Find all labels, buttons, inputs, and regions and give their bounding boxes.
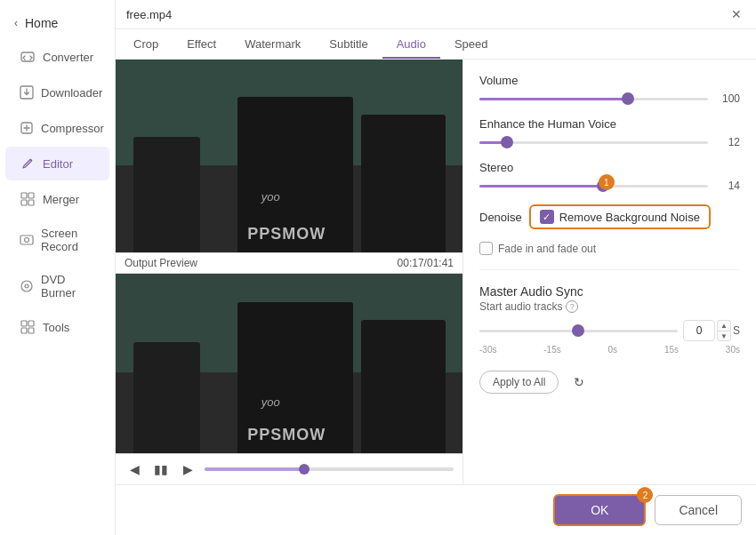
volume-slider-row: 100 bbox=[479, 92, 740, 105]
enhance-value: 12 bbox=[715, 136, 740, 148]
output-preview-label: Output Preview bbox=[125, 257, 197, 269]
sync-label-p30: 30s bbox=[726, 345, 740, 355]
svg-rect-4 bbox=[28, 193, 34, 198]
sync-label-p15: 15s bbox=[664, 345, 679, 355]
volume-label: Volume bbox=[479, 74, 740, 87]
refresh-button[interactable]: ↻ bbox=[567, 371, 591, 394]
volume-value: 100 bbox=[715, 92, 740, 105]
close-button[interactable]: ✕ bbox=[728, 5, 745, 23]
editor-label: Editor bbox=[43, 157, 73, 171]
svg-rect-12 bbox=[28, 321, 34, 326]
sync-value-input[interactable] bbox=[683, 320, 715, 341]
sidebar-item-converter[interactable]: Converter bbox=[5, 40, 109, 74]
sync-label-0: 0s bbox=[608, 345, 618, 355]
editor-area: yoo PPSMOW Output Preview 00:17/01:41 bbox=[116, 60, 756, 484]
output-label-row: Output Preview 00:17/01:41 bbox=[116, 252, 462, 274]
stereo-fill bbox=[479, 185, 603, 188]
tab-effect[interactable]: Effect bbox=[173, 29, 230, 59]
tab-crop[interactable]: Crop bbox=[119, 29, 173, 59]
enhance-slider-row: 12 bbox=[479, 136, 740, 148]
screen-record-icon bbox=[20, 232, 34, 248]
tab-audio[interactable]: Audio bbox=[382, 29, 440, 59]
home-label: Home bbox=[25, 16, 58, 30]
video-preview-bottom: yoo PPSMOW bbox=[116, 274, 462, 453]
checked-icon: ✓ bbox=[540, 210, 554, 224]
enhance-thumb[interactable] bbox=[501, 136, 513, 148]
sync-up-button[interactable]: ▲ bbox=[717, 320, 731, 331]
sidebar-item-compressor[interactable]: Compressor bbox=[5, 111, 109, 145]
tab-subtitle[interactable]: Subtitle bbox=[315, 29, 382, 59]
video-section: yoo PPSMOW Output Preview 00:17/01:41 bbox=[116, 60, 462, 484]
downloader-icon bbox=[20, 84, 34, 100]
tools-icon bbox=[20, 319, 36, 335]
next-button[interactable]: ▶ bbox=[178, 459, 197, 479]
downloader-label: Downloader bbox=[41, 86, 102, 100]
sync-label-m15: -15s bbox=[543, 345, 560, 355]
svg-rect-14 bbox=[28, 328, 34, 333]
sidebar-item-downloader[interactable]: Downloader bbox=[5, 76, 109, 109]
ok-button[interactable]: OK bbox=[553, 494, 646, 526]
cancel-button[interactable]: Cancel bbox=[655, 495, 742, 525]
progress-bar[interactable] bbox=[205, 467, 454, 471]
volume-thumb[interactable] bbox=[622, 92, 634, 105]
ok-button-wrap: OK 2 bbox=[553, 494, 646, 526]
sidebar-item-dvd-burner[interactable]: DVD Burner bbox=[5, 264, 109, 308]
title-bar: free.mp4 ✕ bbox=[116, 0, 756, 29]
apply-all-button[interactable]: Apply to All bbox=[479, 371, 559, 394]
sync-unit: S bbox=[733, 324, 740, 337]
svg-rect-11 bbox=[21, 321, 27, 326]
stereo-slider[interactable]: 1 bbox=[479, 185, 708, 188]
volume-slider[interactable] bbox=[479, 98, 708, 100]
stereo-control: Stereo 1 14 bbox=[479, 161, 740, 192]
svg-point-8 bbox=[25, 238, 29, 243]
sidebar-item-tools[interactable]: Tools bbox=[5, 310, 109, 344]
denoise-label: Denoise bbox=[479, 211, 522, 224]
progress-fill bbox=[205, 467, 304, 471]
sync-down-button[interactable]: ▼ bbox=[717, 331, 731, 341]
enhance-slider[interactable] bbox=[479, 141, 708, 144]
sidebar-item-screen-record[interactable]: Screen Record bbox=[5, 218, 109, 262]
enhance-label: Enhance the Human Voice bbox=[479, 117, 740, 131]
sync-title: Master Audio Sync bbox=[479, 284, 740, 299]
remove-noise-checkbox[interactable]: ✓ Remove Background Noise bbox=[529, 204, 711, 229]
sidebar-item-editor[interactable]: Editor bbox=[5, 147, 109, 180]
volume-fill bbox=[479, 98, 628, 100]
compressor-icon bbox=[20, 120, 34, 136]
fade-checkbox[interactable] bbox=[479, 242, 493, 255]
denoise-row: Denoise ✓ Remove Background Noise bbox=[479, 204, 740, 229]
tab-watermark[interactable]: Watermark bbox=[230, 29, 315, 59]
ok-badge: 2 bbox=[637, 487, 653, 503]
svg-rect-6 bbox=[28, 200, 34, 205]
stereo-label: Stereo bbox=[479, 161, 740, 174]
tools-label: Tools bbox=[43, 321, 69, 334]
player-timestamp: 00:17/01:41 bbox=[398, 257, 454, 269]
compressor-label: Compressor bbox=[41, 122, 104, 135]
tabs-bar: Crop Effect Watermark Subtitle Audio Spe… bbox=[116, 29, 756, 60]
svg-rect-5 bbox=[21, 200, 27, 205]
file-title: free.mp4 bbox=[126, 8, 172, 21]
fade-row: Fade in and fade out bbox=[479, 242, 740, 255]
sidebar-home[interactable]: ‹ Home bbox=[0, 7, 115, 39]
sync-thumb[interactable] bbox=[572, 324, 584, 337]
stereo-thumb[interactable]: 1 bbox=[597, 180, 609, 192]
sidebar: ‹ Home Converter Downloader Compressor bbox=[0, 0, 116, 535]
footer: OK 2 Cancel bbox=[116, 484, 756, 535]
tab-speed[interactable]: Speed bbox=[440, 29, 503, 59]
enhance-control: Enhance the Human Voice 12 bbox=[479, 117, 740, 148]
master-audio-sync: Master Audio Sync Start audio tracks ? ▲ bbox=[479, 284, 740, 355]
dvd-burner-label: DVD Burner bbox=[41, 273, 95, 299]
player-controls: ◀ ▮▮ ▶ bbox=[116, 453, 462, 484]
pause-button[interactable]: ▮▮ bbox=[151, 459, 171, 479]
svg-point-9 bbox=[21, 281, 32, 291]
prev-button[interactable]: ◀ bbox=[125, 459, 144, 479]
svg-point-10 bbox=[25, 284, 28, 288]
sync-slider-row: ▲ ▼ S bbox=[479, 320, 740, 341]
screen-record-label: Screen Record bbox=[41, 227, 95, 253]
sync-slider[interactable] bbox=[479, 330, 678, 332]
dvd-burner-icon bbox=[20, 278, 34, 294]
divider bbox=[479, 269, 740, 270]
sidebar-item-merger[interactable]: Merger bbox=[5, 182, 109, 216]
stereo-badge: 1 bbox=[599, 174, 615, 190]
svg-rect-13 bbox=[21, 328, 27, 333]
info-icon[interactable]: ? bbox=[566, 300, 578, 313]
